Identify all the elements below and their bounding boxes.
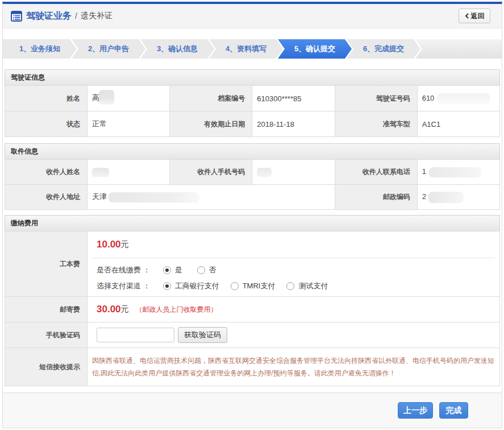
section-fees: 缴纳费用 工本费 10.00 元 是否在线缴费 ： 是	[5, 215, 500, 386]
step-2[interactable]: 2、用户申告	[72, 39, 145, 59]
done-button[interactable]: 完成	[439, 402, 468, 419]
radio-channel-icbc[interactable]	[163, 282, 171, 290]
breadcrumb-separator: /	[75, 11, 77, 20]
redaction-blur	[99, 90, 114, 105]
field-label-recipient-name: 收件人姓名	[5, 160, 88, 185]
section-license-info: 驾驶证信息 姓名 高 档案编号 610300****85 驾驶证号码 610 状…	[5, 69, 500, 137]
license-table: 姓名 高 档案编号 610300****85 驾驶证号码 610 状态 正常 有…	[5, 85, 500, 137]
payment-channel-row: 选择支付渠道 ： 工商银行支付 TMRI支付 测试支付	[97, 278, 495, 294]
field-value-name: 高	[88, 86, 170, 111]
field-value-vehicle-class: A1C1	[417, 111, 499, 137]
field-value-recipient-mobile	[252, 160, 335, 185]
radio-online-yes[interactable]	[163, 266, 171, 274]
field-label-sms-notice: 短信接收提示	[5, 348, 88, 386]
radio-channel-test-label[interactable]: 测试支付	[298, 281, 328, 291]
field-label-production-fee: 工本费	[5, 231, 88, 297]
back-button-label: 返回	[471, 11, 485, 21]
payment-options: 是否在线缴费 ： 是 否 选择支付渠道 ： 工商银行支付 TMRI支付	[92, 258, 495, 296]
field-value-file-number: 610300****85	[252, 86, 335, 111]
field-label-verification-code: 手机验证码	[5, 323, 88, 348]
radio-channel-tmri[interactable]	[231, 282, 239, 290]
field-label-name: 姓名	[5, 86, 88, 111]
field-label-vehicle-class: 准驾车型	[335, 111, 417, 137]
redaction-blur	[436, 93, 490, 104]
verification-code-input[interactable]	[97, 328, 174, 342]
page-header: 驾驶证业务 / 遗失补证 返回	[3, 4, 502, 28]
step-navigation: 1、业务须知 2、用户申告 3、确认信息 4、资料填写 5、确认提交 6、完成提…	[3, 39, 502, 59]
online-payment-question: 是否在线缴费 ：	[97, 265, 151, 275]
production-fee-amount-line: 10.00 元	[92, 231, 495, 258]
field-value-license-number: 610	[417, 86, 499, 111]
step-filler	[415, 39, 502, 59]
chevron-left-icon	[465, 13, 469, 19]
sms-notice-text: 因陕西省联通、电信运营商技术问题，陕西省互联网交通安全综合服务管理平台无法向持陕…	[92, 354, 497, 379]
redaction-blur	[92, 168, 109, 177]
postage-fee-amount: 30.00	[97, 304, 121, 315]
production-fee-cell: 10.00 元 是否在线缴费 ： 是 否 选择支付渠道 ：	[88, 231, 500, 297]
verification-code-cell: 获取验证码	[88, 323, 500, 348]
radio-online-no-label[interactable]: 否	[209, 265, 216, 275]
field-value-recipient-address: 天津	[88, 185, 335, 210]
field-label-recipient-mobile: 收件人手机号码	[170, 160, 252, 185]
page-title: 驾驶证业务	[26, 10, 72, 22]
field-value-postcode: 2	[417, 185, 499, 210]
radio-channel-icbc-label[interactable]: 工商银行支付	[175, 281, 219, 291]
field-label-recipient-tel: 收件人联系电话	[335, 160, 417, 185]
back-button[interactable]: 返回	[459, 9, 490, 23]
section-fees-title: 缴纳费用	[11, 218, 38, 228]
redaction-blur	[257, 168, 272, 177]
section-pickup-info: 取件信息 收件人姓名 收件人手机号码 收件人联系电话 1 收件人地址 天津 邮政…	[5, 143, 500, 210]
page-container: 驾驶证业务 / 遗失补证 返回 1、业务须知 2、用户申告 3、确认信息 4、资…	[2, 2, 502, 428]
step-4[interactable]: 4、资料填写	[209, 39, 283, 59]
online-payment-question-row: 是否在线缴费 ： 是 否	[97, 262, 495, 278]
field-value-recipient-tel: 1	[417, 160, 499, 185]
section-pickup-title: 取件信息	[11, 147, 38, 156]
radio-channel-tmri-label[interactable]: TMRI支付	[243, 281, 276, 291]
field-value-status: 正常	[88, 111, 170, 137]
payment-channel-question: 选择支付渠道 ：	[97, 281, 151, 291]
production-fee-unit: 元	[121, 239, 129, 250]
fees-table: 工本费 10.00 元 是否在线缴费 ： 是 否	[5, 231, 500, 386]
sms-notice-cell: 因陕西省联通、电信运营商技术问题，陕西省互联网交通安全综合服务管理平台无法向持陕…	[88, 348, 500, 386]
redaction-blur	[428, 192, 464, 203]
section-license-title: 驾驶证信息	[11, 73, 45, 82]
license-list-icon	[11, 11, 22, 22]
field-value-expiry-date: 2018-11-18	[252, 111, 335, 137]
field-label-recipient-address: 收件人地址	[5, 185, 88, 210]
field-label-postage-fee: 邮寄费	[5, 297, 88, 323]
step-5-active[interactable]: 5、确认提交	[278, 39, 352, 59]
postage-fee-cell: 30.00 元 （邮政人员上门收取费用）	[88, 297, 500, 323]
step-1[interactable]: 1、业务须知	[3, 39, 77, 59]
field-label-license-number: 驾驶证号码	[335, 86, 417, 111]
postage-fee-unit: 元	[121, 304, 129, 315]
redaction-blur	[109, 192, 199, 202]
radio-channel-test[interactable]	[286, 282, 294, 290]
field-label-status: 状态	[5, 111, 88, 137]
field-label-postcode: 邮政编码	[335, 185, 417, 210]
section-license-header: 驾驶证信息	[5, 69, 500, 85]
step-3[interactable]: 3、确认信息	[140, 39, 214, 59]
page-subtitle: 遗失补证	[81, 11, 113, 21]
previous-step-button[interactable]: 上一步	[398, 402, 433, 419]
step-6[interactable]: 6、完成提交	[347, 39, 420, 59]
pickup-table: 收件人姓名 收件人手机号码 收件人联系电话 1 收件人地址 天津 邮政编码 2	[5, 159, 500, 210]
footer-bar: 上一步 完成	[3, 392, 502, 428]
radio-online-no[interactable]	[197, 266, 205, 274]
production-fee-amount: 10.00	[97, 239, 121, 250]
field-value-recipient-name	[88, 160, 170, 185]
section-fees-header: 缴纳费用	[5, 215, 500, 231]
section-pickup-header: 取件信息	[5, 143, 500, 159]
postage-fee-note: （邮政人员上门收取费用）	[136, 305, 218, 315]
radio-online-yes-label[interactable]: 是	[175, 265, 182, 275]
get-verification-code-button[interactable]: 获取验证码	[178, 327, 227, 343]
field-label-expiry-date: 有效期止日期	[170, 111, 252, 137]
field-label-file-number: 档案编号	[170, 86, 252, 111]
redaction-blur	[429, 167, 481, 177]
